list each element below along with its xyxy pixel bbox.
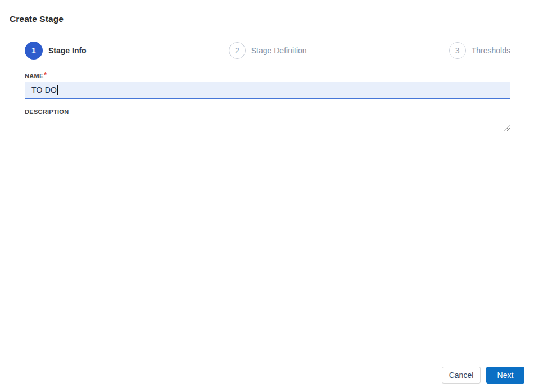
step-2-circle: 2 <box>229 42 246 59</box>
text-caret <box>57 85 58 95</box>
description-label: DESCRIPTION <box>25 108 69 115</box>
step-thresholds[interactable]: 3 Thresholds <box>449 42 510 59</box>
description-field-wrapper <box>25 117 510 133</box>
name-label: NAME* <box>25 71 47 79</box>
step-stage-info[interactable]: 1 Stage Info <box>25 42 87 60</box>
page-title: Create Stage <box>10 14 64 24</box>
step-3-label: Thresholds <box>472 46 510 55</box>
name-input-value: TO DO <box>31 85 57 94</box>
required-asterisk: * <box>44 71 47 78</box>
description-input[interactable] <box>25 117 510 133</box>
step-connector <box>97 51 219 51</box>
name-input[interactable]: TO DO <box>25 82 510 99</box>
step-1-label: Stage Info <box>48 46 87 55</box>
step-2-label: Stage Definition <box>251 46 307 55</box>
name-label-text: NAME <box>25 72 44 79</box>
step-connector <box>317 51 439 51</box>
cancel-button[interactable]: Cancel <box>442 367 481 384</box>
wizard-stepper: 1 Stage Info 2 Stage Definition 3 Thresh… <box>25 42 510 60</box>
step-stage-definition[interactable]: 2 Stage Definition <box>229 42 307 59</box>
step-3-circle: 3 <box>449 42 466 59</box>
step-1-circle: 1 <box>25 42 43 60</box>
next-button[interactable]: Next <box>486 367 524 384</box>
